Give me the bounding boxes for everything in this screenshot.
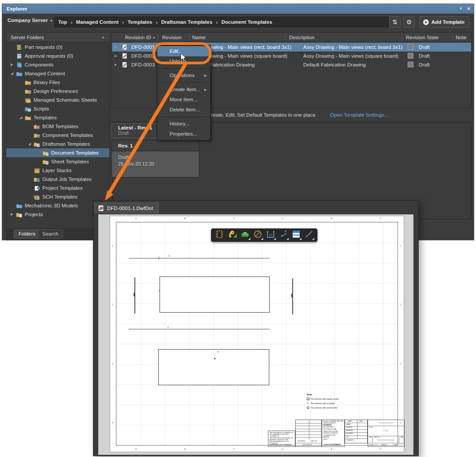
menu-item-history[interactable]: History... xyxy=(157,119,210,129)
titleblock-names-table: NAMEDATEDRAWNCHECKEDENG APPR.MFG APPR.Q.… xyxy=(345,420,368,443)
sidebar-item-part-requests-0[interactable]: Part requests (0) xyxy=(6,43,109,52)
dropdown-corner-icon[interactable] xyxy=(286,238,289,240)
column-header-revision-state[interactable]: Revision State xyxy=(406,33,439,42)
row-expand-icon[interactable]: ▶ xyxy=(115,52,117,60)
cell-revision-id: DFD-0002 xyxy=(131,52,155,60)
drawing-canvas[interactable]: AABBCCDDEEFF11223344 0 1 0 xyxy=(98,214,413,455)
place-board-assembly-view-button[interactable] xyxy=(214,230,225,240)
tab-folders[interactable]: Folders xyxy=(14,229,40,239)
grid-header: Revision ID▲RevisionNameDescriptionRevis… xyxy=(112,33,471,42)
menu-item-create-item[interactable]: Create Item...▶ xyxy=(157,85,210,95)
refresh-button[interactable]: ⇅ xyxy=(389,16,401,28)
sidebar-item-output-job-templates[interactable]: +Output Job Templates xyxy=(6,175,109,184)
column-header-description[interactable]: Description xyxy=(289,33,315,42)
column-divider[interactable] xyxy=(190,34,190,41)
revision-state-checkbox[interactable] xyxy=(408,62,413,67)
chevron-expanded-icon[interactable]: ◢ xyxy=(27,140,32,148)
breadcrumb-item[interactable]: Top xyxy=(58,19,67,25)
row-expand-icon[interactable]: ▶ xyxy=(115,43,117,52)
sidebar-item-approval-requests-0[interactable]: Approval requests (0) xyxy=(6,52,109,60)
column-divider[interactable] xyxy=(452,34,453,41)
chevron-expanded-icon[interactable]: ◢ xyxy=(19,113,23,122)
server-selector[interactable]: Company Server▼ xyxy=(7,18,53,23)
menu-item-operations[interactable]: Operations▶ xyxy=(157,70,210,81)
revision-state-checkbox[interactable] xyxy=(408,53,413,59)
place-callout-button[interactable]: 4 xyxy=(278,230,289,240)
panel-collapse-icon[interactable]: ▼ xyxy=(459,4,462,14)
add-template-button[interactable]: + Add Template xyxy=(419,16,469,28)
menu-item-edit[interactable]: Edit... xyxy=(157,46,210,56)
note-item: 3Text element with circle border xyxy=(307,405,339,410)
dwfdot-document-tab[interactable]: DFD-0001-1.DwfDot xyxy=(94,203,159,214)
sidebar-item-component-templates[interactable]: Component Templates xyxy=(6,131,109,140)
place-bom-table-button[interactable]: BOM xyxy=(290,230,302,240)
dropdown-corner-icon[interactable] xyxy=(274,238,276,240)
zone-label: D xyxy=(282,448,283,450)
sidebar-item-design-preferences[interactable]: Design Preferences xyxy=(6,87,109,96)
open-template-settings-link[interactable]: Open Template Settings... xyxy=(330,110,388,120)
column-header-revision-id[interactable]: Revision ID xyxy=(125,33,151,42)
bom-templates-icon: B xyxy=(33,123,40,129)
breadcrumb[interactable]: Top›Managed Content›Templates›Draftsman … xyxy=(54,17,401,27)
revision-card[interactable]: Rev. 1 Draft 25-Nov-20 12:20 xyxy=(112,140,199,177)
tab-search[interactable]: Search xyxy=(37,229,63,239)
column-header-revision[interactable]: Revision xyxy=(162,33,182,42)
menu-item-upload[interactable]: Upload... xyxy=(157,56,210,66)
column-divider[interactable] xyxy=(285,34,285,41)
chevron-right-icon[interactable]: ▶ xyxy=(10,60,14,69)
panel-close-icon[interactable]: × xyxy=(467,4,470,14)
column-divider[interactable] xyxy=(158,34,158,41)
explorer-toolbar: Company Server▼ Top›Managed Content›Temp… xyxy=(2,14,474,30)
menu-item-delete-item[interactable]: Delete Item... xyxy=(157,105,210,115)
sidebar-item-managed-content[interactable]: ◢Managed Content xyxy=(6,69,109,78)
server-folders-header[interactable]: Server Folders▲ xyxy=(6,33,109,42)
breadcrumb-item[interactable]: Templates xyxy=(127,19,152,25)
place-linear-dimension-button[interactable]: 10 xyxy=(265,230,276,240)
plus-icon: + xyxy=(423,19,429,25)
dropdown-corner-icon[interactable] xyxy=(261,238,263,240)
gear-icon: ⚙ xyxy=(406,18,412,26)
sidebar-item-project-templates[interactable]: Project Templates xyxy=(6,184,109,192)
place-board-section-view-button[interactable] xyxy=(227,230,238,240)
sidebar-item-label: Project Templates xyxy=(42,184,82,192)
drawing-sheet: AABBCCDDEEFF11223344 0 1 0 xyxy=(110,216,404,452)
chevron-expanded-icon[interactable]: ◢ xyxy=(10,69,14,78)
place-center-mark-button[interactable] xyxy=(252,230,264,240)
place-dimension-button[interactable] xyxy=(239,230,251,240)
zone-label: F xyxy=(380,448,381,450)
titleblock-spec-block: UNLESS OTHERWISE SPECIFIED:DIMENSIONS AR… xyxy=(322,420,345,447)
column-header-name[interactable]: Name xyxy=(192,33,206,42)
titleblock-text: SIZE xyxy=(369,437,372,439)
breadcrumb-item[interactable]: Managed Content xyxy=(76,19,119,25)
sidebar-item-scripts[interactable]: SScripts xyxy=(6,104,109,113)
breadcrumb-item[interactable]: Document Templates xyxy=(221,19,272,25)
sidebar-item-bom-templates[interactable]: BBOM Templates xyxy=(6,122,109,131)
dropdown-corner-icon[interactable] xyxy=(312,238,314,240)
sidebar-item-templates[interactable]: ◢Templates xyxy=(6,113,109,122)
zone-label: D xyxy=(282,217,283,220)
chevron-right-icon[interactable]: ▶ xyxy=(10,210,14,219)
sidebar-item-label: Sheet Templates xyxy=(51,157,89,166)
board-square-view xyxy=(158,349,269,385)
sidebar-item-sheet-templates[interactable]: Sheet Templates xyxy=(6,157,109,166)
column-header-note[interactable]: Note xyxy=(456,33,466,42)
dropdown-corner-icon[interactable] xyxy=(248,238,250,240)
sidebar-item-document-templates[interactable]: Document Templates xyxy=(6,148,109,157)
sidebar-item-managed-schematic-sheets[interactable]: Managed Schematic Sheets xyxy=(6,96,109,104)
settings-button[interactable]: ⚙ xyxy=(403,16,415,28)
note-marker-plain: 2. xyxy=(307,402,309,405)
revision-state-checkbox[interactable] xyxy=(408,44,413,50)
menu-item-properties[interactable]: Properties... xyxy=(157,129,210,139)
sidebar-item-binary-files[interactable]: 10Binary Files xyxy=(6,78,109,87)
sidebar-item-draftsman-templates[interactable]: ◢Draftsman Templates xyxy=(6,140,109,148)
column-divider[interactable] xyxy=(402,34,402,41)
menu-item-move-item[interactable]: Move Item... xyxy=(157,95,210,105)
breadcrumb-item[interactable]: Draftsman Templates xyxy=(161,19,212,25)
sidebar-item-layer-stacks[interactable]: Layer Stacks xyxy=(6,166,109,175)
place-line-button[interactable] xyxy=(303,230,315,240)
sidebar-item-components[interactable]: ▶Components xyxy=(6,60,109,69)
sidebar-item-sch-templates[interactable]: SCH Templates xyxy=(6,192,109,201)
board-edge-line-top xyxy=(129,258,270,258)
dropdown-corner-icon[interactable] xyxy=(299,238,301,240)
row-expand-icon[interactable]: ▶ xyxy=(115,60,117,69)
